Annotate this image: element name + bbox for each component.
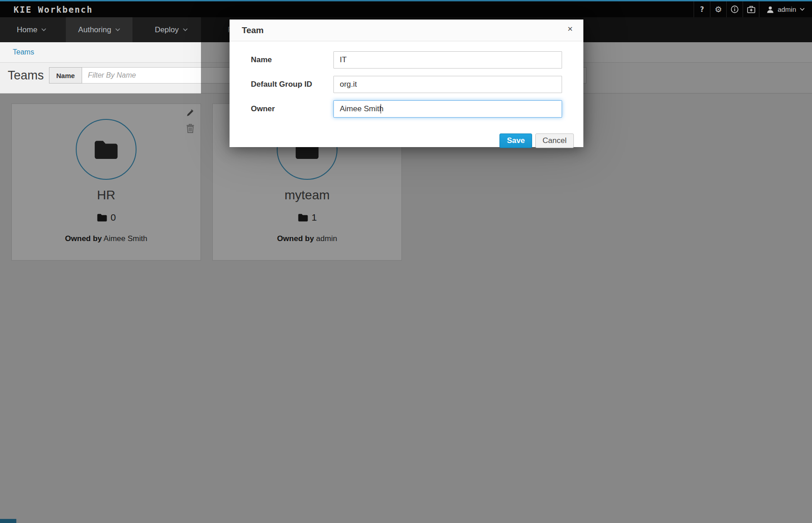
name-field-label: Name (251, 55, 333, 64)
owner-field-wrap (333, 100, 562, 118)
top-bar: KIE Workbench ? ⚙ (0, 1, 812, 17)
modal-header: Team ✕ (230, 20, 583, 41)
owner-field-label: Owner (251, 104, 333, 113)
default-group-id-field-label: Default Group ID (251, 80, 333, 89)
modal-footer: Save Cancel (230, 125, 583, 148)
form-row-default-group-id: Default Group ID (251, 76, 562, 93)
text-cursor (381, 104, 381, 113)
team-modal: Team ✕ Name Default Group ID Owner Save (230, 20, 583, 147)
filter-label: Name (49, 67, 82, 84)
owner-field[interactable] (333, 100, 562, 118)
app-logo: KIE Workbench (14, 5, 93, 15)
chevron-down-icon (41, 28, 46, 31)
nav-item-deploy[interactable]: Deploy (142, 17, 200, 42)
user-icon (767, 6, 774, 13)
close-icon[interactable]: ✕ (567, 25, 573, 33)
modal-body: Name Default Group ID Owner (230, 41, 583, 118)
cancel-button[interactable]: Cancel (535, 133, 574, 148)
info-icon[interactable] (726, 1, 743, 17)
top-bar-actions: ? ⚙ (694, 1, 812, 17)
chevron-down-icon (183, 28, 188, 31)
user-name: admin (778, 5, 796, 13)
modal-title: Team (230, 20, 583, 41)
help-icon[interactable]: ? (694, 1, 710, 17)
form-row-name: Name (251, 51, 562, 69)
modal-backdrop[interactable] (0, 94, 812, 523)
default-group-id-field[interactable] (333, 76, 562, 93)
kit-apps-icon[interactable] (743, 1, 759, 17)
settings-gear-icon[interactable]: ⚙ (710, 1, 726, 17)
nav-item-authoring[interactable]: Authoring (66, 17, 132, 42)
kie-workbench-screen: KIE Workbench ? ⚙ (0, 0, 812, 523)
form-row-owner: Owner (251, 100, 562, 118)
chevron-down-icon (800, 8, 805, 11)
page-title: Teams (8, 69, 44, 83)
breadcrumb-teams-link[interactable]: Teams (13, 42, 34, 62)
chevron-down-icon (115, 28, 120, 31)
save-button[interactable]: Save (499, 133, 532, 148)
user-menu[interactable]: admin (759, 1, 812, 17)
name-field[interactable] (333, 51, 562, 69)
nav-item-home[interactable]: Home (5, 17, 59, 42)
